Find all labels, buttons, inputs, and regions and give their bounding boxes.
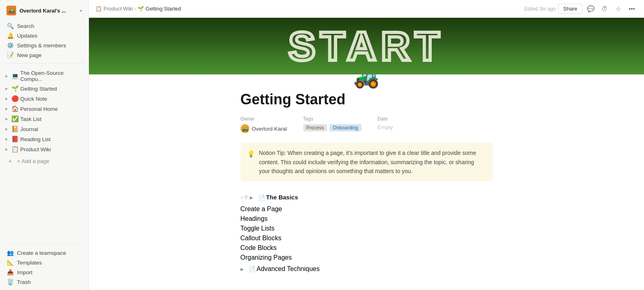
list-item-callout-blocks[interactable]: Callout Blocks	[241, 233, 493, 243]
sidebar-item-new-page[interactable]: 📝 New page	[2, 50, 87, 60]
advanced-chevron-icon: ▶	[241, 267, 248, 271]
favorite-button[interactable]: ☆	[612, 3, 624, 15]
edited-timestamp: Edited 3m ago	[524, 6, 555, 12]
sidebar-item-task-list[interactable]: ▶ ✅ Task List	[2, 114, 87, 124]
add-page-label: + Add a page	[17, 158, 49, 164]
chevron-icon: ▶	[3, 97, 10, 101]
headings-label: Headings	[241, 215, 493, 222]
content-list: + ⠿ ▶ 📄 The Basics Drag to move Click to…	[241, 191, 493, 274]
sidebar-item-search[interactable]: 🔍 Search	[2, 21, 87, 31]
sidebar-item-journal[interactable]: ▶ 📔 Journal	[2, 124, 87, 134]
sidebar-nav-items: ▶ 💻 The Open-Source Compu... ▶ 🌱 Getting…	[0, 68, 89, 155]
header-row-container: + ⠿ ▶ 📄 The Basics Drag to move Click to…	[241, 191, 493, 204]
task-list-label: Task List	[20, 116, 84, 122]
create-teamspace-label: Create a teamspace	[17, 250, 66, 256]
date-label: Date	[378, 116, 393, 122]
section-icon: 📄	[257, 195, 266, 201]
comment-button[interactable]: 💬	[585, 3, 596, 15]
tag-onboarding: Onboarding	[329, 124, 361, 131]
trash-label: Trash	[17, 279, 31, 285]
owner-value[interactable]: 🚜 Overlord Karal	[241, 124, 287, 133]
more-options-button[interactable]: •••	[626, 3, 638, 15]
callout-text: Notion Tip: When creating a page, it's i…	[259, 148, 486, 176]
page-banner: START	[89, 18, 644, 74]
sprout-icon: 🌱	[11, 85, 19, 92]
list-item-code-blocks[interactable]: Code Blocks	[241, 243, 493, 253]
sidebar-item-updates-label: Updates	[17, 33, 37, 39]
chevron-icon: ▶	[3, 147, 10, 151]
toggle-lists-label: Toggle Lists	[241, 225, 493, 232]
sidebar-item-reading-list[interactable]: ▶ 📕 Reading List	[2, 134, 87, 144]
banner-text: START	[289, 23, 445, 70]
history-button[interactable]: ⏱	[599, 3, 610, 15]
tags-value[interactable]: Process Onboarding	[303, 124, 361, 131]
import-label: Import	[17, 269, 32, 275]
date-value[interactable]: Empty	[378, 124, 393, 130]
sidebar-item-create-teamspace[interactable]: 👥 Create a teamspace	[2, 248, 87, 258]
code-blocks-label: Code Blocks	[241, 244, 493, 252]
callout-blocks-label: Callout Blocks	[241, 235, 493, 242]
list-item-organizing-pages[interactable]: Organizing Pages	[241, 253, 493, 262]
share-button[interactable]: Share	[558, 4, 583, 14]
new-page-icon: 📝	[6, 52, 14, 58]
drag-handle-icon[interactable]: ⠿	[244, 195, 248, 201]
page-title[interactable]: Getting Started	[241, 91, 493, 108]
main-content: 📋 Product Wiki / 🌱 Getting Started Edite…	[89, 0, 644, 290]
toggle-chevron-icon[interactable]: ▶	[250, 195, 257, 200]
date-property: Date Empty	[378, 116, 393, 133]
sidebar-item-templates[interactable]: 📐 Templates	[2, 258, 87, 267]
header-row[interactable]: + ⠿ ▶ 📄 The Basics	[241, 191, 493, 204]
create-page-label: Create a Page	[241, 205, 493, 213]
sidebar-top-items: 🔍 Search 🔔 Updates ⚙️ Settings & members…	[0, 21, 89, 60]
teamspace-icon: 👥	[6, 250, 14, 256]
list-item-headings[interactable]: Headings	[241, 214, 493, 224]
chevron-icon: ▶	[3, 117, 10, 121]
sidebar-item-import[interactable]: 📥 Import	[2, 267, 87, 277]
sidebar-item-personal-home[interactable]: ▶ 🏠 Personal Home	[2, 104, 87, 114]
sidebar-item-settings[interactable]: ⚙️ Settings & members	[2, 40, 87, 50]
breadcrumb-getting-started-label: Getting Started	[146, 6, 181, 12]
workspace-header[interactable]: 🚜 Overlord Karal's ... ▾	[2, 3, 87, 18]
advanced-techniques-row[interactable]: ▶ 📄 Advanced Techniques	[241, 264, 493, 274]
owner-label: Owner	[241, 116, 287, 122]
clipboard-icon: 📋	[11, 146, 19, 153]
sidebar-item-trash[interactable]: 🗑️ Trash	[2, 277, 87, 287]
sidebar-item-updates[interactable]: 🔔 Updates	[2, 31, 87, 40]
open-source-label: The Open-Source Compu...	[20, 70, 84, 82]
sidebar-item-product-wiki[interactable]: ▶ 📋 Product Wiki	[2, 144, 87, 154]
sidebar-item-quick-note[interactable]: ▶ 🔴 Quick Note	[2, 94, 87, 104]
sidebar-item-search-label: Search	[17, 23, 34, 29]
advanced-techniques-label: Advanced Techniques	[257, 265, 493, 273]
chevron-icon: ▶	[3, 137, 10, 141]
breadcrumb-product-wiki[interactable]: 📋 Product Wiki	[95, 6, 133, 12]
topbar-actions: Edited 3m ago Share 💬 ⏱ ☆ •••	[524, 3, 638, 15]
check-icon: ✅	[11, 115, 19, 123]
breadcrumb: 📋 Product Wiki / 🌱 Getting Started	[95, 6, 521, 12]
product-wiki-label: Product Wiki	[20, 146, 84, 152]
callout-box: 💡 Notion Tip: When creating a page, it's…	[241, 143, 493, 181]
chevron-icon: ▶	[3, 127, 10, 131]
breadcrumb-getting-started-icon: 🌱	[137, 6, 144, 12]
advanced-icon: 📄	[248, 266, 257, 272]
sidebar-item-open-source[interactable]: ▶ 💻 The Open-Source Compu...	[2, 69, 87, 83]
templates-label: Templates	[17, 260, 42, 266]
list-item-toggle-lists[interactable]: Toggle Lists	[241, 224, 493, 233]
breadcrumb-product-wiki-label: Product Wiki	[103, 6, 133, 12]
sidebar-divider-1	[5, 63, 84, 64]
sidebar-item-getting-started[interactable]: ▶ 🌱 Getting Started	[2, 84, 87, 93]
add-block-icon[interactable]: +	[241, 195, 244, 201]
owner-name: Overlord Karal	[252, 126, 287, 132]
topbar: 📋 Product Wiki / 🌱 Getting Started Edite…	[89, 0, 644, 18]
plus-icon: +	[6, 158, 14, 164]
sidebar-bottom: 👥 Create a teamspace 📐 Templates 📥 Impor…	[0, 241, 89, 287]
templates-icon: 📐	[6, 259, 14, 266]
workspace-icon: 🚜	[6, 6, 16, 15]
owner-avatar: 🚜	[241, 124, 249, 133]
breadcrumb-getting-started[interactable]: 🌱 Getting Started	[137, 6, 181, 12]
chevron-icon: ▶	[3, 107, 10, 111]
journal-label: Journal	[20, 126, 84, 132]
list-item-create-page[interactable]: Create a Page	[241, 204, 493, 214]
sidebar-add-page[interactable]: + + Add a page	[2, 156, 87, 166]
banner-grass: START	[89, 18, 644, 74]
sidebar-item-settings-label: Settings & members	[17, 42, 66, 49]
